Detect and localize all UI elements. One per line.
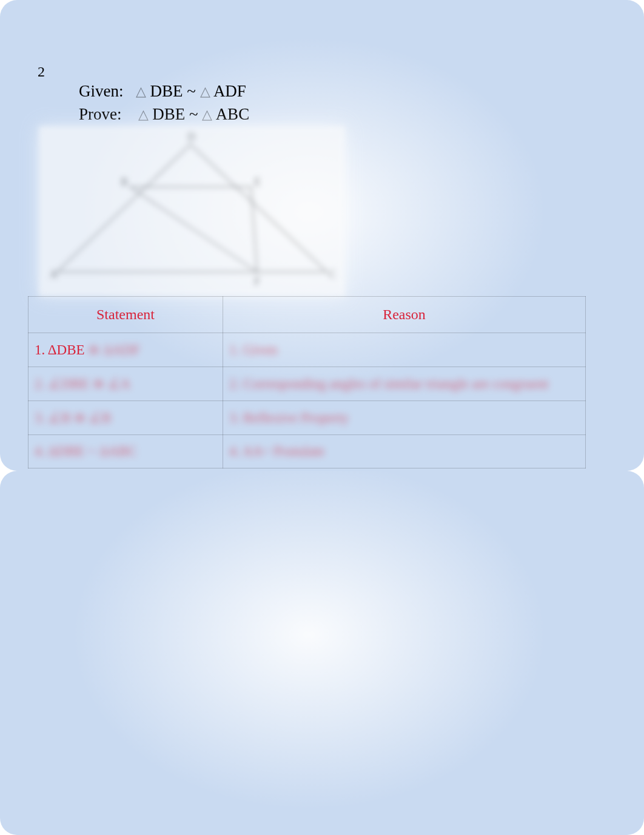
- reason-text: 4. AA~ Postulate: [229, 444, 324, 459]
- given-line: Given: △ DBE ~ △ ADF: [79, 82, 246, 101]
- given-value-1: DBE ~: [150, 82, 196, 100]
- proof-table: Statement Reason 1. ΔDBE ≅ ΔADF 1. Given…: [28, 296, 586, 468]
- prove-value-1: DBE ~: [152, 105, 198, 123]
- statement-rest: 2. ∠DBE ≅ ∠A: [35, 376, 130, 391]
- svg-line-5: [251, 187, 257, 272]
- svg-line-2: [190, 144, 327, 272]
- statement-rest: 3. ∠B ≅ ∠B: [35, 410, 111, 425]
- header-statement: Statement: [29, 297, 223, 333]
- statement-prefix: 1. ΔDBE: [35, 342, 85, 357]
- table-row: 1. ΔDBE ≅ ΔADF 1. Given: [29, 333, 586, 367]
- reason-text: 2. Corresponding angles of similar trian…: [229, 376, 548, 391]
- given-label: Given:: [79, 82, 124, 100]
- page-number: 2: [38, 64, 45, 80]
- table-row: 4. ΔDBE ~ ΔABC 4. AA~ Postulate: [29, 435, 586, 468]
- reason-text: 3. Reflexive Property: [229, 410, 349, 425]
- slide-card-2: [0, 471, 644, 835]
- svg-line-1: [57, 144, 190, 272]
- header-reason: Reason: [223, 297, 586, 333]
- reason-text: 1. Given: [229, 342, 277, 357]
- geometry-diagram: D B E A C F: [39, 126, 345, 296]
- svg-line-4: [130, 187, 257, 272]
- prove-line: Prove: △ DBE ~ △ ABC: [79, 105, 249, 124]
- svg-text:C: C: [329, 268, 336, 280]
- prove-value-2: ABC: [216, 105, 250, 123]
- table-row: 2. ∠DBE ≅ ∠A 2. Corresponding angles of …: [29, 367, 586, 401]
- svg-text:F: F: [254, 276, 260, 288]
- prove-label: Prove:: [79, 105, 122, 123]
- table-row: 3. ∠B ≅ ∠B 3. Reflexive Property: [29, 401, 586, 435]
- svg-text:E: E: [254, 176, 261, 188]
- statement-rest: ≅ ΔADF: [88, 342, 140, 357]
- svg-text:B: B: [121, 176, 128, 188]
- slide-card-1: 2 Given: △ DBE ~ △ ADF Prove: △ DBE ~ △ …: [0, 0, 644, 471]
- statement-rest: 4. ΔDBE ~ ΔABC: [35, 444, 137, 459]
- svg-text:D: D: [187, 131, 195, 143]
- svg-text:A: A: [50, 268, 58, 280]
- given-value-2: ADF: [213, 82, 246, 100]
